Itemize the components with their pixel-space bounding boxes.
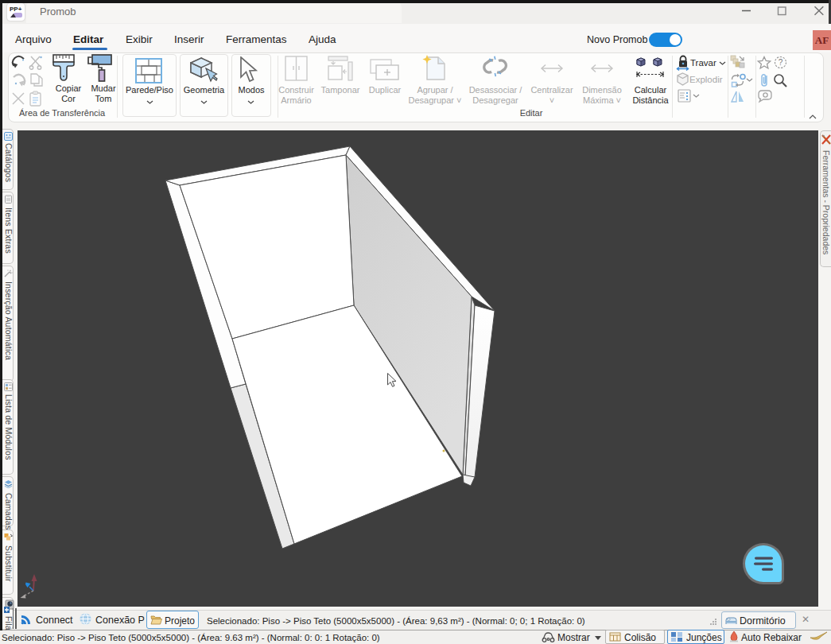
svg-text:?: ? — [779, 58, 783, 67]
svg-text:PP+: PP+ — [10, 6, 22, 13]
